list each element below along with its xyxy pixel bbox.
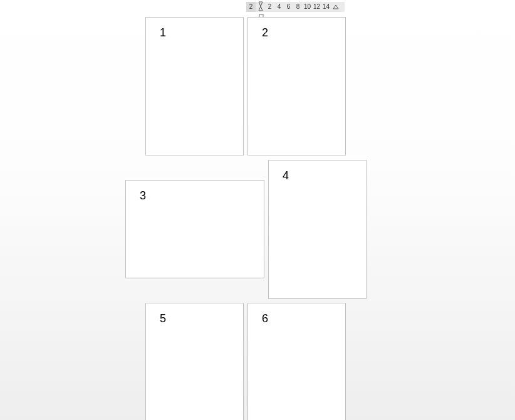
page-number: 6 <box>262 312 268 325</box>
page-thumbnail[interactable]: 2 <box>247 17 346 155</box>
size-option-label: 8 <box>296 4 300 10</box>
size-option-label: 12 <box>313 4 320 10</box>
workspace-canvas: 2 2 4 6 8 10 12 14 123456 <box>0 0 515 420</box>
page-number: 2 <box>262 26 268 39</box>
page-thumbnail[interactable]: 4 <box>268 160 367 299</box>
page-thumbnail[interactable]: 6 <box>247 303 346 420</box>
size-option[interactable]: 4 <box>274 2 284 12</box>
page-number: 4 <box>283 169 289 182</box>
size-option[interactable]: 8 <box>293 2 303 12</box>
size-option[interactable]: 12 <box>312 2 321 12</box>
page-number: 3 <box>140 189 146 202</box>
size-option-label: 14 <box>323 4 330 10</box>
page-thumbnail[interactable]: 3 <box>125 180 264 278</box>
page-thumbnail[interactable]: 5 <box>145 303 244 420</box>
page-number: 5 <box>160 312 166 325</box>
size-option[interactable]: 10 <box>303 2 312 12</box>
current-page-value: 2 <box>249 4 253 10</box>
slider-marker-icon[interactable] <box>259 10 264 15</box>
size-option-label: 6 <box>287 4 291 10</box>
size-option[interactable]: 2 <box>265 2 274 12</box>
size-option-label: 4 <box>278 4 281 10</box>
page-thumbnail[interactable]: 1 <box>145 17 244 155</box>
size-option[interactable]: 6 <box>284 2 293 12</box>
page-number: 1 <box>160 26 166 39</box>
size-option-label: 10 <box>304 4 311 10</box>
size-option[interactable]: 14 <box>321 2 331 12</box>
current-page-indicator: 2 <box>246 2 256 12</box>
size-option-label: 2 <box>268 4 272 10</box>
arrow-up-icon[interactable] <box>331 2 340 12</box>
